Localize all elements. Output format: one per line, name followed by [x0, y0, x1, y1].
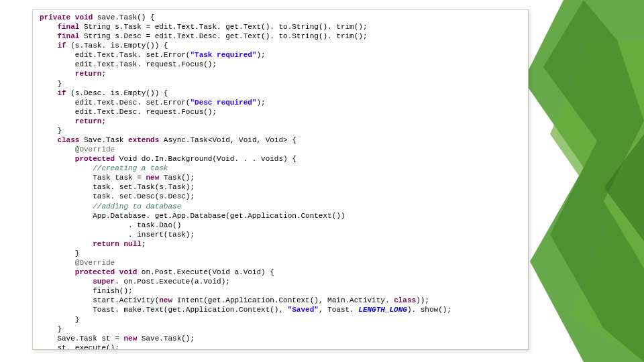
svg-marker-2 — [543, 0, 644, 362]
svg-marker-1 — [550, 40, 644, 362]
code-text: private void save.Task() { final String … — [40, 13, 521, 350]
code-block: private void save.Task() { final String … — [32, 9, 529, 350]
svg-marker-0 — [523, 0, 644, 362]
slide: private void save.Task() { final String … — [0, 0, 644, 362]
svg-marker-3 — [604, 134, 644, 241]
